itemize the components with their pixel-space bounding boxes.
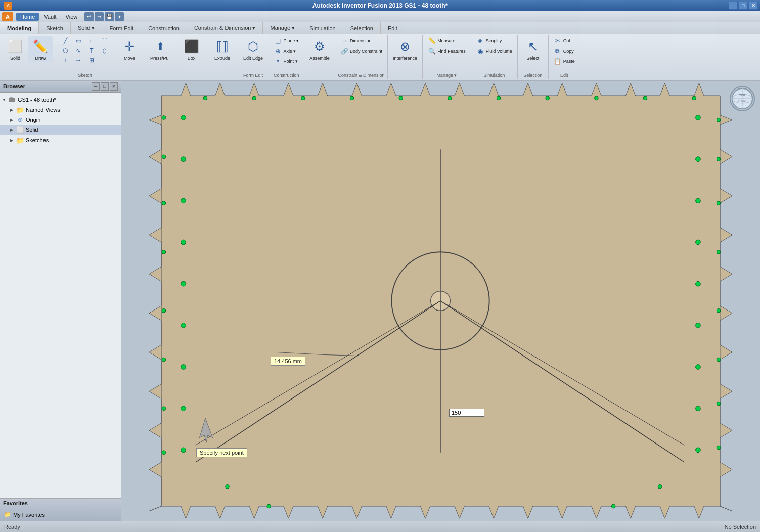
browser-expand-button[interactable]: □	[101, 82, 109, 91]
box-button[interactable]: ⬛ Box	[180, 36, 204, 62]
arc-button[interactable]: ⌒	[99, 36, 111, 46]
tree-arrow-origin: ▶	[10, 118, 16, 122]
tree-item-root[interactable]: ▼ GS1 - 48 tooth*	[0, 95, 121, 105]
point-sketch-button[interactable]: +	[59, 56, 71, 65]
text-button[interactable]: T	[85, 46, 98, 55]
mirror-button[interactable]: ↔	[72, 56, 84, 65]
save-button[interactable]: 💾	[105, 12, 114, 21]
svg-point-12	[181, 240, 186, 245]
tab-selection[interactable]: Selection	[343, 22, 381, 34]
svg-point-11	[181, 198, 186, 203]
minimize-button[interactable]: ─	[729, 2, 738, 10]
browser-close-button[interactable]: ✕	[110, 82, 118, 91]
slot-button[interactable]: ⬯	[99, 46, 111, 55]
undo-button[interactable]: ↩	[84, 12, 94, 21]
close-button[interactable]: ✕	[749, 2, 758, 10]
svg-point-49	[301, 96, 305, 100]
axis-button[interactable]: ⊕ Axis ▾	[272, 47, 298, 56]
edit-edge-icon: ⬡	[244, 37, 262, 56]
group-simulation: ◈ Simplify ◉ Fluid Volume Simulation	[471, 35, 518, 79]
svg-point-53	[497, 96, 501, 100]
line-icon: ╱	[61, 37, 69, 45]
tab-manage[interactable]: Manage ▾	[263, 22, 302, 34]
sketches-label: Sketches	[26, 137, 49, 143]
interference-button[interactable]: ⊗ Interference	[391, 36, 419, 62]
options-button[interactable]: ▾	[115, 12, 124, 21]
paste-button[interactable]: 📋 Paste	[552, 57, 577, 66]
copy-button[interactable]: ⧉ Copy	[552, 47, 576, 56]
simplify-button[interactable]: ◈ Simplify	[474, 36, 504, 46]
menu-vault[interactable]: Vault	[40, 13, 60, 21]
draw-button[interactable]: ✏️ Draw	[28, 36, 53, 62]
cut-button[interactable]: ✂ Cut	[552, 36, 572, 46]
value-input[interactable]	[449, 409, 484, 417]
app-icon: A	[4, 2, 12, 10]
viewport[interactable]: 14.456 mm Specify next point TOP FRONT	[121, 81, 760, 521]
tree-item-named-views[interactable]: ▶ 📁 Named Views	[0, 105, 121, 115]
named-views-label: Named Views	[26, 107, 60, 113]
dimension-button[interactable]: ↔ Dimension	[338, 36, 374, 46]
point-button[interactable]: • Point ▾	[272, 57, 300, 66]
copy-icon: ⧉	[554, 47, 562, 55]
ribbon-content: ⬜ Solid ✏️ Draw ╱ ▭ ○ ⌒ ⬡	[0, 34, 760, 80]
tab-form-edit[interactable]: Form Edit	[102, 22, 141, 34]
press-pull-button[interactable]: ⬆ Press/Pull	[148, 36, 173, 62]
tab-solid[interactable]: Solid ▾	[71, 22, 103, 34]
svg-point-24	[162, 407, 166, 411]
rect-button[interactable]: ▭	[72, 36, 84, 46]
extrude-button[interactable]: ⟦⟧ Extrude	[210, 36, 235, 62]
tab-edit[interactable]: Edit	[381, 22, 405, 34]
simplify-icon: ◈	[476, 37, 484, 45]
body-constraint-button[interactable]: 🔗 Body Constraint	[338, 47, 384, 56]
line-button[interactable]: ╱	[59, 36, 71, 46]
group-sketch-tools: ╱ ▭ ○ ⌒ ⬡ ∿ T ⬯ + ↔ ⊞ Sketch	[56, 35, 114, 79]
menu-home[interactable]: Home	[16, 13, 39, 21]
browser-collapse-button[interactable]: ─	[92, 82, 100, 91]
fluid-volume-button[interactable]: ◉ Fluid Volume	[474, 47, 514, 56]
move-button[interactable]: ✛ Move	[117, 36, 142, 62]
svg-point-17	[181, 448, 186, 453]
nav-cube[interactable]: TOP FRONT	[730, 86, 755, 111]
svg-point-44	[717, 446, 721, 450]
svg-point-45	[658, 484, 662, 489]
tab-construction[interactable]: Construction	[141, 22, 187, 34]
tab-simulation[interactable]: Simulation	[302, 22, 343, 34]
my-favorites-item[interactable]: 📁 My Favorites	[3, 510, 118, 519]
plane-button[interactable]: ◫ Plane ▾	[272, 36, 301, 46]
offset-button[interactable]: ⊞	[85, 56, 98, 65]
svg-point-56	[643, 96, 647, 100]
dimension-icon: ↔	[340, 37, 348, 45]
sketches-folder-icon: 📁	[16, 136, 24, 144]
select-button[interactable]: ↖ Select	[521, 36, 545, 62]
group-form-edit: ⬡ Edit Edge Form Edit	[238, 35, 269, 79]
tree-item-origin[interactable]: ▶ ⊕ Origin	[0, 115, 121, 125]
menu-view[interactable]: View	[62, 13, 82, 21]
group-select: ↖ Select Selection	[518, 35, 549, 79]
polygon-button[interactable]: ⬡	[59, 46, 71, 55]
tree-item-sketches[interactable]: ▶ 📁 Sketches	[0, 135, 121, 145]
redo-button[interactable]: ↪	[95, 12, 104, 21]
maximize-button[interactable]: □	[739, 2, 748, 10]
svg-point-30	[696, 198, 701, 203]
svg-point-47	[203, 96, 207, 100]
app-logo: A	[2, 12, 13, 21]
edit-edge-button[interactable]: ⬡ Edit Edge	[241, 36, 265, 62]
tree-item-solid[interactable]: ▶ ⬜ Solid	[0, 125, 121, 135]
spline-button[interactable]: ∿	[72, 46, 84, 55]
group-move: ✛ Move	[114, 35, 145, 79]
group-press-pull: ⬆ Press/Pull	[145, 35, 176, 79]
find-features-button[interactable]: 🔍 Find Features	[426, 47, 468, 56]
tab-sketch[interactable]: Sketch	[39, 22, 71, 34]
svg-point-27	[267, 504, 271, 508]
solid-button[interactable]: ⬜ Solid	[3, 36, 27, 62]
measure-button[interactable]: 📏 Measure	[426, 36, 457, 46]
svg-point-19	[162, 155, 166, 159]
tab-modeling[interactable]: Modeling	[0, 22, 39, 34]
nav-cube-inner: TOP FRONT	[730, 86, 755, 111]
circle-button[interactable]: ○	[85, 36, 98, 46]
ribbon: Modeling Sketch Solid ▾ Form Edit Constr…	[0, 22, 760, 81]
tab-constrain[interactable]: Constrain & Dimension ▾	[187, 22, 263, 34]
group-label-construction: Construction	[269, 73, 304, 78]
assemble-button[interactable]: ⚙ Assemble	[307, 36, 332, 62]
svg-point-48	[252, 96, 256, 100]
